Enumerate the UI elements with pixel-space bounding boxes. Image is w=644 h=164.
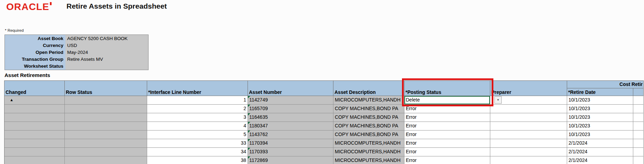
interface-line-number-cell[interactable]: 33 [147,139,248,148]
row-status-cell [65,148,147,156]
interface-line-number-cell[interactable]: 2 [147,105,248,113]
retire-date-cell[interactable]: 10/1/2023 [567,96,633,105]
form-row-open-period: Open Period May-2024 [5,49,148,56]
changed-cell [5,113,65,122]
retire-date-cell[interactable]: 2/1/2024 [567,139,633,148]
posting-status-dropdown-button[interactable]: ▼ [494,96,502,104]
preparer-cell[interactable] [490,148,567,156]
posting-status-cell[interactable]: Error [404,156,490,164]
column-header-posting-status[interactable]: *Posting Status [404,81,490,96]
open-period-value: May-2024 [65,49,148,56]
retire-date-cell[interactable]: 10/1/2023 [567,113,633,122]
asset-description-cell: COPY MACHINES,BOND PA [333,122,404,131]
currency-label: Currency [5,42,65,49]
preparer-cell[interactable] [490,113,567,122]
form-row-transaction-group: Transaction Group Retire Assets MV [5,56,148,63]
asset-description-cell: COPY MACHINES,BOND PA [333,113,404,122]
retire-date-cell[interactable]: 2/1/2024 [567,148,633,156]
row-status-cell [65,96,147,105]
asset-number-cell: 1142749 [248,96,333,105]
preparer-cell[interactable] [490,122,567,131]
clipped-cell [633,96,644,105]
clipped-cell [633,139,644,148]
table-row: 3 1164635 COPY MACHINES,BOND PA Error 10… [5,113,644,122]
changed-cell [5,122,65,131]
required-note: * Required [5,28,24,32]
clipped-cell [633,122,644,131]
column-header-retire-date[interactable]: *Retire Date [567,88,633,96]
comment-indicator-icon [248,113,250,116]
changed-cell [5,139,65,148]
posting-status-cell[interactable]: Error [404,139,490,148]
oracle-logo-text: ORACLE [6,1,49,12]
retire-date-cell[interactable]: 10/1/2023 [567,122,633,131]
table-row: ▲ 1 1142749 MICROCOMPUTERS,HANDH Delete … [5,96,644,105]
asset-description-cell: MICROCOMPUTERS,HANDH [333,96,404,105]
clipped-cell [633,131,644,139]
retire-date-cell[interactable]: 2/1/2024 [567,156,633,164]
asset-description-cell: COPY MACHINES,BOND PA [333,105,404,113]
column-header-clipped [633,88,644,96]
preparer-cell[interactable] [490,96,567,105]
column-header-interface-line-number[interactable]: *Interface Line Number [147,81,248,96]
asset-number-cell: 1143762 [248,131,333,139]
preparer-cell[interactable] [490,139,567,148]
comment-indicator-icon [248,148,250,150]
form-row-worksheet-status: Worksheet Status [5,63,148,70]
section-title: Asset Retirements [5,72,50,78]
column-header-asset-number[interactable]: Asset Number [248,81,333,96]
preparer-cell[interactable] [490,156,567,164]
comment-indicator-icon [248,139,250,142]
posting-status-cell[interactable]: Delete [404,96,490,105]
asset-number-cell: 1180347 [248,122,333,131]
asset-description-cell: MICROCOMPUTERS,HANDH [333,156,404,164]
column-header-row-status[interactable]: Row Status [65,81,147,96]
row-status-cell [65,122,147,131]
asset-number-cell: 1164635 [248,113,333,122]
table-row: 33 1170394 MICROCOMPUTERS,HANDH Error 2/… [5,139,644,148]
interface-line-number-cell[interactable]: 5 [147,131,248,139]
clipped-cell [633,105,644,113]
table-row: 38 1172869 MICROCOMPUTERS,HANDH Error 2/… [5,156,644,164]
row-status-cell [65,105,147,113]
interface-line-number-cell[interactable]: 1 [147,96,248,105]
column-header-asset-description[interactable]: Asset Description [333,81,404,96]
changed-cell: ▲ [5,96,65,105]
comment-indicator-icon [248,131,250,133]
preparer-cell[interactable] [490,105,567,113]
column-header-preparer[interactable]: Preparer [490,81,567,96]
retire-date-cell[interactable]: 10/1/2023 [567,131,633,139]
transaction-group-value: Retire Assets MV [65,56,148,63]
comment-indicator-icon [248,156,250,159]
interface-line-number-cell[interactable]: 38 [147,156,248,164]
asset-book-value: AGENCY 5200 CASH BOOK [65,35,148,42]
oracle-registered-mark [50,2,52,5]
posting-status-cell[interactable]: Error [404,148,490,156]
posting-status-cell[interactable]: Error [404,113,490,122]
posting-status-cell[interactable]: Error [404,105,490,113]
asset-description-cell: MICROCOMPUTERS,HANDH [333,139,404,148]
row-status-cell [65,156,147,164]
asset-number-cell: 1165709 [248,105,333,113]
asset-number-cell: 1170393 [248,148,333,156]
changed-cell [5,148,65,156]
page-title: Retire Assets in Spreadsheet [66,2,167,10]
interface-line-number-cell[interactable]: 34 [147,148,248,156]
table-row: 34 1170393 MICROCOMPUTERS,HANDH Error 2/… [5,148,644,156]
interface-line-number-cell[interactable]: 4 [147,122,248,131]
currency-value: USD [65,42,148,49]
posting-status-cell[interactable]: Error [404,122,490,131]
retire-date-cell[interactable]: 10/1/2023 [567,105,633,113]
dropdown-arrow-icon: ▼ [497,98,500,102]
interface-line-number-cell[interactable]: 3 [147,113,248,122]
oracle-logo: ORACLE [6,1,52,12]
table-body: ▲ 1 1142749 MICROCOMPUTERS,HANDH Delete … [5,96,644,164]
asset-description-cell: COPY MACHINES,BOND PA [333,131,404,139]
form-row-asset-book: Asset Book AGENCY 5200 CASH BOOK [5,35,148,42]
column-header-changed[interactable]: Changed [5,81,65,96]
posting-status-cell[interactable]: Error [404,131,490,139]
table-row: 5 1143762 COPY MACHINES,BOND PA Error 10… [5,131,644,139]
comment-indicator-icon [248,96,250,98]
preparer-cell[interactable] [490,131,567,139]
asset-number-cell: 1172869 [248,156,333,164]
